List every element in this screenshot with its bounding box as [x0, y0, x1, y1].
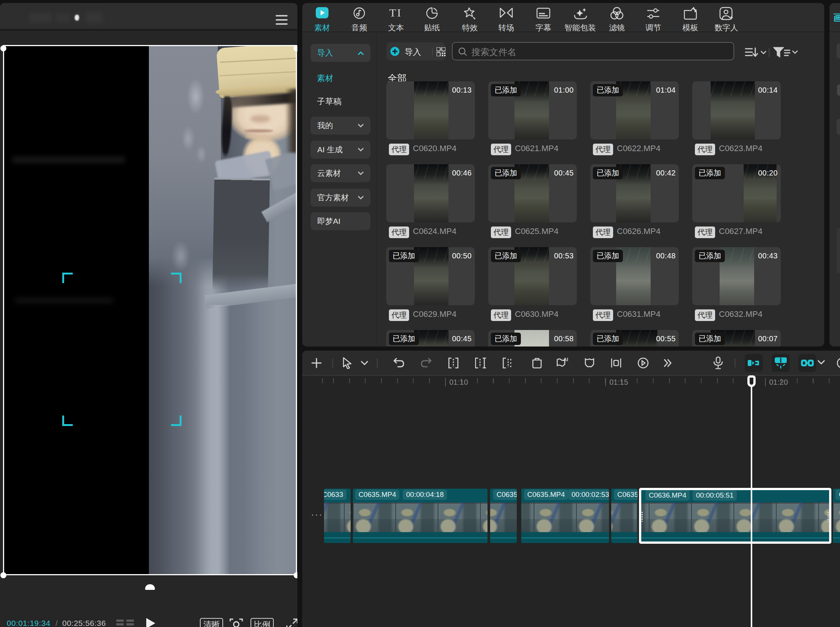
- svg-text:AI: AI: [563, 357, 568, 362]
